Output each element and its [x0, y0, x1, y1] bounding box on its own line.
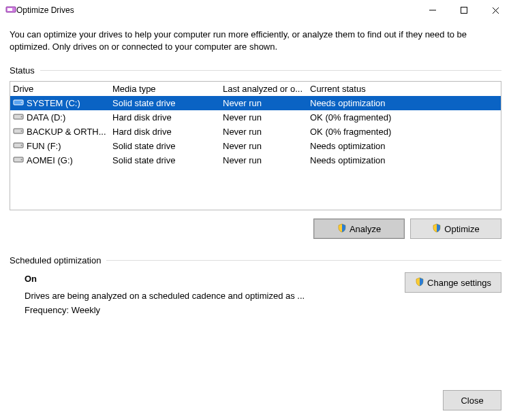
shield-icon: [337, 223, 347, 235]
drive-status: OK (0% fragmented): [310, 127, 501, 137]
drive-icon: [13, 98, 24, 108]
close-button[interactable]: Close: [443, 390, 501, 410]
col-status[interactable]: Current status: [310, 84, 501, 94]
drive-name: DATA (D:): [27, 112, 65, 123]
table-row[interactable]: SYSTEM (C:) Solid state drive Never run …: [10, 96, 501, 110]
shield-icon: [432, 223, 442, 235]
table-row[interactable]: BACKUP & ORTH... Hard disk drive Never r…: [10, 125, 501, 139]
drive-status: Needs optimization: [310, 155, 501, 165]
table-row[interactable]: FUN (F:) Solid state drive Never run Nee…: [10, 139, 501, 153]
window-title: Optimize Drives: [16, 5, 417, 15]
analyze-button[interactable]: Analyze: [313, 219, 405, 239]
schedule-description: Drives are being analyzed on a scheduled…: [25, 289, 305, 304]
description-text: You can optimize your drives to help you…: [10, 29, 501, 53]
shield-icon: [415, 277, 424, 289]
divider: [106, 260, 501, 261]
svg-point-11: [21, 131, 22, 132]
drive-last: Never run: [223, 127, 310, 137]
drive-name: FUN (F:): [27, 141, 61, 151]
drive-last: Never run: [223, 155, 310, 165]
drive-name: SYSTEM (C:): [27, 98, 80, 108]
maximize-button[interactable]: [448, 0, 480, 20]
drive-last: Never run: [223, 112, 310, 123]
divider: [40, 70, 501, 71]
drive-icon: [13, 141, 24, 151]
drive-last: Never run: [223, 98, 310, 108]
status-section-label: Status: [10, 65, 35, 76]
titlebar: Optimize Drives: [0, 0, 511, 20]
drive-media: Solid state drive: [112, 141, 223, 151]
close-label: Close: [461, 395, 483, 406]
drive-list[interactable]: Drive Media type Last analyzed or o... C…: [10, 81, 501, 210]
change-settings-label: Change settings: [427, 278, 491, 288]
close-window-button[interactable]: [480, 0, 511, 20]
change-settings-button[interactable]: Change settings: [405, 272, 501, 293]
drive-status: OK (0% fragmented): [310, 112, 501, 123]
drive-status: Needs optimization: [310, 141, 501, 151]
analyze-label: Analyze: [350, 224, 381, 234]
schedule-frequency: Frequency: Weekly: [25, 304, 305, 318]
svg-rect-1: [7, 8, 12, 11]
svg-point-13: [21, 145, 22, 146]
window-controls: [417, 0, 511, 20]
drive-name: BACKUP & ORTH...: [27, 127, 106, 137]
table-row[interactable]: DATA (D:) Hard disk drive Never run OK (…: [10, 110, 501, 125]
drive-icon: [13, 155, 24, 165]
svg-point-15: [21, 159, 22, 161]
drive-name: AOMEI (G:): [27, 155, 73, 165]
svg-point-9: [21, 116, 22, 118]
table-row[interactable]: AOMEI (G:) Solid state drive Never run N…: [10, 153, 501, 167]
optimize-button[interactable]: Optimize: [410, 219, 501, 239]
drive-icon: [13, 112, 24, 123]
drive-icon: [13, 127, 24, 137]
drive-last: Never run: [223, 141, 310, 151]
drive-media: Hard disk drive: [112, 127, 223, 137]
schedule-section-label: Scheduled optimization: [10, 255, 101, 265]
col-drive[interactable]: Drive: [13, 84, 112, 94]
col-last[interactable]: Last analyzed or o...: [223, 84, 310, 94]
optimize-label: Optimize: [444, 224, 479, 234]
svg-rect-3: [461, 7, 467, 14]
minimize-button[interactable]: [417, 0, 448, 20]
drive-media: Solid state drive: [112, 155, 223, 165]
svg-point-7: [21, 102, 22, 103]
drive-media: Solid state drive: [112, 98, 223, 108]
table-header[interactable]: Drive Media type Last analyzed or o... C…: [10, 82, 501, 96]
drive-status: Needs optimization: [310, 98, 501, 108]
app-icon: [5, 5, 16, 16]
col-media[interactable]: Media type: [112, 84, 223, 94]
drive-media: Hard disk drive: [112, 112, 223, 123]
schedule-state: On: [25, 274, 305, 284]
